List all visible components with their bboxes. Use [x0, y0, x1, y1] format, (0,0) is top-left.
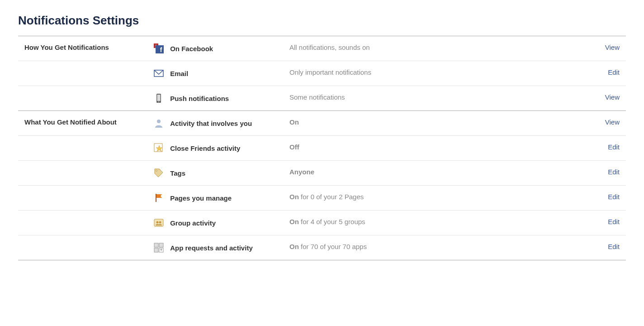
group-icon [154, 218, 164, 228]
item-label-groups: Group activity [170, 219, 216, 227]
status-strong: On [289, 243, 299, 250]
svg-text:+: + [160, 248, 162, 252]
status-text: Some notifications [289, 93, 345, 101]
svg-rect-17 [159, 243, 163, 247]
notifications-settings-table: How You Get Notifications 1 f On Faceboo… [18, 36, 626, 260]
page-title: Notifications Settings [18, 14, 626, 28]
flag-icon [154, 193, 164, 203]
tag-icon [154, 168, 164, 178]
item-label-tags: Tags [170, 169, 185, 177]
svg-point-11 [156, 170, 157, 172]
edit-link-apps[interactable]: Edit [608, 243, 620, 250]
svg-point-8 [157, 120, 161, 123]
email-icon [154, 68, 164, 78]
status-text: Only important notifications [289, 68, 371, 76]
item-label-apps: App requests and activity [170, 244, 253, 252]
status-strong: On [289, 118, 299, 126]
apps-icon: + [154, 243, 164, 253]
svg-rect-12 [156, 194, 156, 202]
status-text: All notifications, sounds on [289, 43, 370, 51]
edit-link-groups[interactable]: Edit [608, 218, 620, 225]
status-strong: Off [289, 143, 299, 151]
status-text: for 0 of your 2 Pages [299, 193, 364, 201]
svg-text:f: f [160, 46, 162, 53]
item-label-on-facebook: On Facebook [170, 45, 213, 53]
svg-point-7 [158, 101, 159, 102]
status-strong: On [289, 218, 299, 225]
edit-link-pages[interactable]: Edit [608, 193, 620, 201]
item-label-email: Email [170, 70, 188, 77]
edit-link-tags[interactable]: Edit [608, 168, 620, 176]
section-heading-how-you-get: How You Get Notifications [18, 36, 154, 61]
person-icon [154, 118, 164, 128]
svg-point-14 [156, 221, 159, 224]
item-label-pages: Pages you manage [170, 194, 232, 202]
item-label-activity: Activity that involves you [170, 120, 252, 127]
edit-link-close-friends[interactable]: Edit [608, 143, 620, 151]
status-strong: Anyone [289, 168, 314, 176]
star-icon [154, 143, 164, 153]
view-link-on-facebook[interactable]: View [605, 43, 620, 51]
svg-rect-6 [157, 95, 161, 101]
svg-rect-18 [154, 248, 158, 252]
view-link-activity[interactable]: View [605, 118, 620, 126]
status-text: for 70 of your 70 apps [299, 243, 367, 250]
svg-rect-16 [154, 243, 158, 247]
status-strong: On [289, 193, 299, 201]
view-link-push[interactable]: View [605, 93, 620, 101]
facebook-icon: 1 f [154, 43, 164, 53]
item-label-push: Push notifications [170, 95, 229, 102]
svg-point-15 [159, 221, 161, 224]
mobile-icon [154, 93, 164, 103]
status-text: for 4 of your 5 groups [299, 218, 365, 225]
edit-link-email[interactable]: Edit [608, 68, 620, 76]
item-label-close-friends: Close Friends activity [170, 144, 240, 152]
section-heading-what-about: What You Get Notified About [18, 111, 154, 136]
